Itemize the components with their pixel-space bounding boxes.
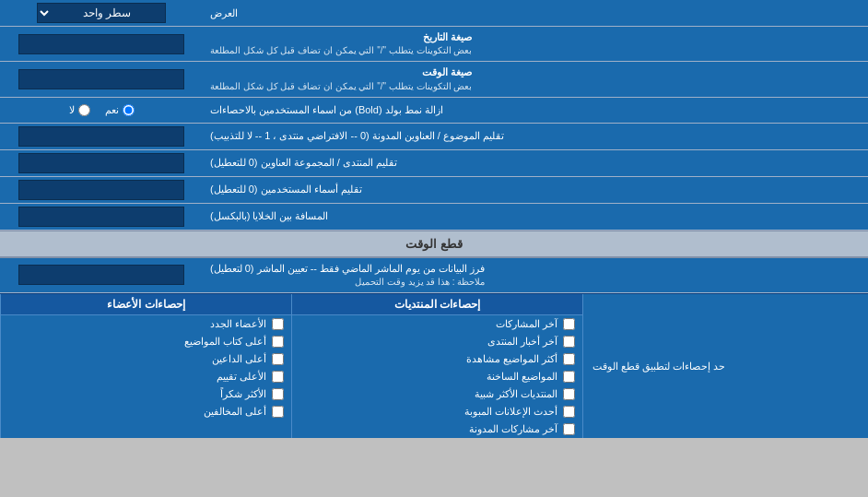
stat-top-violators: أعلى المخالفين	[1, 403, 291, 420]
stat-most-viewed-label: أكثر المواضيع مشاهدة	[466, 353, 557, 365]
forum-title-input-wrap: 33	[0, 150, 203, 176]
stat-new-members-checkbox[interactable]	[272, 318, 284, 330]
cells-distance-input[interactable]: 2	[18, 207, 184, 227]
radio-no[interactable]	[78, 104, 90, 116]
date-format-label: صيغة التاريخ بعض التكوينات يتطلب "/" الت…	[203, 27, 868, 61]
stat-top-inviters: أعلى الداعين	[1, 350, 291, 368]
topics-title-label: تقليم الموضوع / العناوين المدونة (0 -- ا…	[203, 124, 868, 149]
time-cutoff-label-line1: فرز البيانات من يوم الماشر الماضي فقط --…	[210, 262, 485, 276]
stat-forum-news: آخر أخبار المنتدى	[292, 333, 582, 350]
display-mode-select[interactable]: سطر واحد سطرين ثلاثة أسطر	[37, 3, 166, 23]
stats-col-forums-title: إحصاءات المنتديات	[292, 294, 582, 315]
stats-col-forums: إحصاءات المنتديات آخر المشاركات آخر أخبا…	[291, 294, 582, 438]
stat-most-thanks-label: الأكثر شكراً	[220, 388, 266, 400]
time-cutoff-input[interactable]: 0	[18, 265, 184, 285]
date-format-input[interactable]: d-m	[18, 34, 184, 54]
stat-forum-news-checkbox[interactable]	[563, 336, 575, 348]
stats-columns: إحصاءات المنتديات آخر المشاركات آخر أخبا…	[0, 294, 582, 438]
time-format-input-wrap: H:i	[0, 62, 203, 96]
cells-distance-input-wrap: 2	[0, 204, 203, 230]
radio-no-label[interactable]: لا	[69, 104, 90, 116]
main-container: العرض سطر واحد سطرين ثلاثة أسطر صيغة الت…	[0, 0, 868, 438]
stats-section: حد إحصاءات لتطبيق قطع الوقت إحصاءات المن…	[0, 293, 868, 438]
stat-top-topic-writers-label: أعلى كتاب المواضيع	[184, 336, 266, 348]
stat-blog-posts-label: آخر مشاركات المدونة	[469, 423, 557, 435]
date-format-label-line2: بعض التكوينات يتطلب "/" التي يمكن ان تضا…	[210, 44, 472, 57]
radio-yes-label[interactable]: نعم	[105, 104, 135, 116]
time-cutoff-label: فرز البيانات من يوم الماشر الماضي فقط --…	[203, 258, 868, 292]
stat-top-rated-checkbox[interactable]	[272, 371, 284, 383]
time-format-label-line2: بعض التكوينات يتطلب "/" التي يمكن ان تضا…	[210, 80, 472, 93]
time-cutoff-header: قطع الوقت	[0, 231, 868, 258]
stat-top-violators-checkbox[interactable]	[272, 406, 284, 418]
cells-distance-label: المسافة بين الخلايا (بالبكسل)	[203, 204, 868, 230]
stat-blog-posts: آخر مشاركات المدونة	[292, 420, 582, 438]
stat-most-thanks: الأكثر شكراً	[1, 385, 291, 403]
stat-new-members-label: الأعضاء الجدد	[210, 318, 266, 330]
stat-top-topic-writers-checkbox[interactable]	[272, 336, 284, 348]
users-trim-label: تقليم أسماء المستخدمين (0 للتعطيل)	[203, 177, 868, 203]
stat-top-inviters-label: أعلى الداعين	[212, 353, 266, 365]
stat-hot-topics-checkbox[interactable]	[563, 371, 575, 383]
topics-title-row: تقليم الموضوع / العناوين المدونة (0 -- ا…	[0, 124, 868, 150]
stat-last-posts-label: آخر المشاركات	[496, 318, 557, 330]
stat-hot-topics-label: المواضيع الساخنة	[487, 371, 557, 383]
stat-top-violators-label: أعلى المخالفين	[204, 406, 266, 418]
users-trim-input[interactable]: 0	[18, 180, 184, 200]
date-format-input-wrap: d-m	[0, 27, 203, 61]
stat-similar-forums-checkbox[interactable]	[563, 388, 575, 400]
stat-last-posts: آخر المشاركات	[292, 315, 582, 333]
topics-title-input[interactable]: 33	[18, 126, 184, 147]
radio-no-text: لا	[69, 104, 75, 116]
forum-title-row: تقليم المنتدى / المجموعة العناوين (0 للت…	[0, 150, 868, 177]
stat-most-viewed-checkbox[interactable]	[563, 353, 575, 365]
display-mode-input-wrap: سطر واحد سطرين ثلاثة أسطر	[0, 0, 203, 26]
stat-latest-classifieds-checkbox[interactable]	[563, 406, 575, 418]
date-format-label-line1: صيغة التاريخ	[210, 30, 472, 44]
stat-top-rated: الأعلى تقييم	[1, 368, 291, 385]
stat-most-viewed: أكثر المواضيع مشاهدة	[292, 350, 582, 368]
stat-last-posts-checkbox[interactable]	[563, 318, 575, 330]
stats-apply-label: حد إحصاءات لتطبيق قطع الوقت	[582, 294, 868, 438]
users-trim-input-wrap: 0	[0, 177, 203, 203]
forum-title-input[interactable]: 33	[18, 153, 184, 173]
stat-similar-forums-label: المنتديات الأكثر شبية	[475, 388, 557, 400]
display-mode-label: العرض	[203, 0, 868, 26]
date-format-row: صيغة التاريخ بعض التكوينات يتطلب "/" الت…	[0, 27, 868, 62]
display-mode-row: العرض سطر واحد سطرين ثلاثة أسطر	[0, 0, 868, 27]
time-cutoff-input-wrap: 0	[0, 258, 203, 292]
stat-forum-news-label: آخر أخبار المنتدى	[487, 336, 557, 348]
bold-remove-row: ازالة نمط بولد (Bold) من اسماء المستخدمي…	[0, 98, 868, 124]
stat-blog-posts-checkbox[interactable]	[563, 423, 575, 435]
forum-title-label: تقليم المنتدى / المجموعة العناوين (0 للت…	[203, 150, 868, 176]
stats-col-members: إحصاءات الأعضاء الأعضاء الجدد أعلى كتاب …	[0, 294, 291, 438]
time-format-label-line1: صيغة الوقت	[210, 65, 472, 79]
time-cutoff-row: فرز البيانات من يوم الماشر الماضي فقط --…	[0, 258, 868, 293]
time-format-label: صيغة الوقت بعض التكوينات يتطلب "/" التي …	[203, 62, 868, 96]
stat-top-inviters-checkbox[interactable]	[272, 353, 284, 365]
bold-remove-label: ازالة نمط بولد (Bold) من اسماء المستخدمي…	[203, 98, 868, 123]
stat-hot-topics: المواضيع الساخنة	[292, 368, 582, 385]
stat-new-members: الأعضاء الجدد	[1, 315, 291, 333]
stat-similar-forums: المنتديات الأكثر شبية	[292, 385, 582, 403]
stat-latest-classifieds: أحدث الإعلانات المبوبة	[292, 403, 582, 420]
radio-yes-text: نعم	[105, 104, 119, 116]
stat-latest-classifieds-label: أحدث الإعلانات المبوبة	[464, 406, 557, 418]
time-format-input[interactable]: H:i	[18, 69, 184, 89]
radio-yes[interactable]	[123, 104, 135, 116]
stat-top-rated-label: الأعلى تقييم	[217, 371, 266, 383]
cells-distance-row: المسافة بين الخلايا (بالبكسل) 2	[0, 204, 868, 231]
bold-remove-input-wrap: نعم لا	[0, 98, 203, 123]
topics-title-input-wrap: 33	[0, 124, 203, 149]
time-format-row: صيغة الوقت بعض التكوينات يتطلب "/" التي …	[0, 62, 868, 97]
time-cutoff-label-line2: ملاحظة : هذا قد يزيد وقت التحميل	[210, 276, 485, 289]
stat-top-topic-writers: أعلى كتاب المواضيع	[1, 333, 291, 350]
stats-col-members-title: إحصاءات الأعضاء	[1, 294, 291, 315]
stat-most-thanks-checkbox[interactable]	[272, 388, 284, 400]
users-trim-row: تقليم أسماء المستخدمين (0 للتعطيل) 0	[0, 177, 868, 204]
